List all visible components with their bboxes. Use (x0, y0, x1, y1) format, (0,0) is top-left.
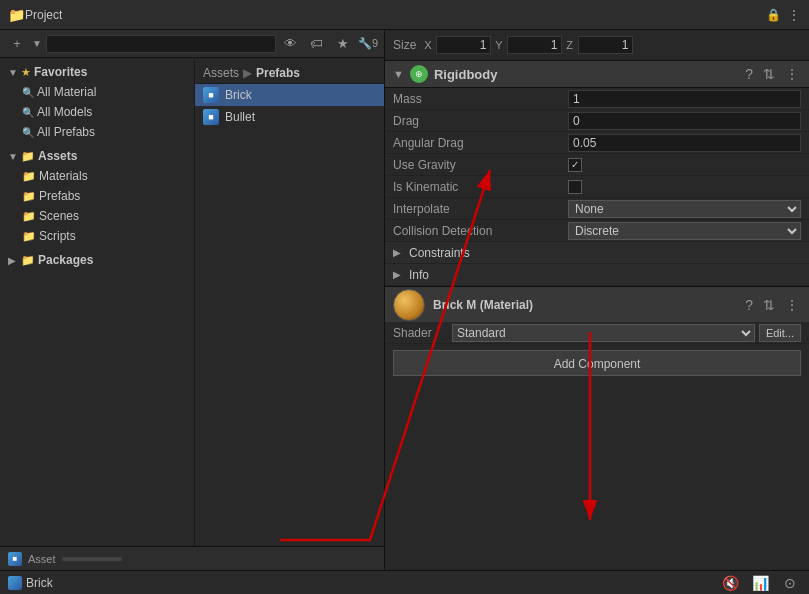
favorites-label: Favorites (34, 65, 87, 79)
rigidbody-controls: ? ⇅ ⋮ (743, 66, 801, 82)
assets-label: Assets (38, 149, 77, 163)
angular-drag-input[interactable] (568, 134, 801, 152)
sidebar-tree: ▼ ★ Favorites 🔍 All Material 🔍 All Model… (0, 58, 195, 546)
drag-input[interactable] (568, 112, 801, 130)
shader-row: Shader Standard Unlit/Color Legacy Shade… (385, 322, 809, 344)
sidebar-all-prefabs[interactable]: 🔍 All Prefabs (0, 122, 194, 142)
filter-icon-btn[interactable]: 👁 (280, 33, 302, 55)
rigidbody-header[interactable]: ▼ ⊕ Rigidbody ? ⇅ ⋮ (385, 60, 809, 88)
left-bottom-bar: ■ Asset (0, 546, 384, 570)
prefabs-folder-icon: 📁 (22, 190, 36, 203)
main-content: + ▼ 👁 🏷 ★ 🔧9 ▼ ★ Favorites 🔍 All Materia… (0, 30, 809, 570)
info-header[interactable]: ▶ Info (385, 264, 809, 286)
scripts-folder-icon: 📁 (22, 230, 36, 243)
material-header: Brick M (Material) ? ⇅ ⋮ (385, 286, 809, 322)
sidebar-all-models[interactable]: 🔍 All Models (0, 102, 194, 122)
asset-bottom-label: Asset (28, 553, 56, 565)
is-kinematic-label: Is Kinematic (393, 180, 568, 194)
mass-input[interactable] (568, 90, 801, 108)
sidebar-materials[interactable]: 📁 Materials (0, 166, 194, 186)
is-kinematic-value (568, 180, 801, 194)
use-gravity-row: Use Gravity (385, 154, 809, 176)
rigidbody-help-btn[interactable]: ? (743, 66, 755, 82)
lock-icon[interactable]: 🔒 (766, 8, 781, 22)
add-component-button[interactable]: Add Component (393, 350, 801, 376)
material-menu-btn[interactable]: ⋮ (783, 297, 801, 313)
star-icon-btn[interactable]: ★ (332, 33, 354, 55)
material-settings-icon[interactable]: ⇅ (761, 297, 777, 313)
is-kinematic-checkbox[interactable] (568, 180, 582, 194)
wrench-count: 🔧9 (358, 37, 378, 50)
mass-row: Mass (385, 88, 809, 110)
use-gravity-value (568, 158, 801, 172)
sidebar-favorites[interactable]: ▼ ★ Favorites (0, 62, 194, 82)
material-sphere-icon (393, 289, 425, 321)
rigidbody-collapse-icon[interactable]: ▼ (393, 68, 404, 80)
info-arrow-icon: ▶ (393, 269, 403, 280)
collision-detection-select[interactable]: Discrete Continuous Continuous Dynamic C… (568, 222, 801, 240)
drag-row: Drag (385, 110, 809, 132)
shader-select[interactable]: Standard Unlit/Color Legacy Shaders/Diff… (452, 324, 755, 342)
breadcrumb-assets[interactable]: Assets (203, 66, 239, 80)
bottom-icon-3[interactable]: ⊙ (779, 572, 801, 594)
bottom-icon-1[interactable]: 🔇 (719, 572, 741, 594)
constraints-header[interactable]: ▶ Constraints (385, 242, 809, 264)
search-icon-sm-3: 🔍 (22, 127, 34, 138)
sidebar-scripts[interactable]: 📁 Scripts (0, 226, 194, 246)
panel-toolbar: + ▼ 👁 🏷 ★ 🔧9 (0, 30, 384, 58)
scripts-label: Scripts (39, 229, 76, 243)
search-input[interactable] (46, 35, 276, 53)
zoom-slider[interactable] (62, 557, 122, 561)
mass-label: Mass (393, 92, 568, 106)
mass-value (568, 90, 801, 108)
all-material-label: All Material (37, 85, 96, 99)
size-y-field: Y (495, 36, 562, 54)
interpolate-select[interactable]: None Interpolate Extrapolate (568, 200, 801, 218)
favorites-arrow-icon: ▼ (8, 67, 18, 78)
folder-icon: 📁 (8, 7, 25, 23)
tag-icon-btn[interactable]: 🏷 (306, 33, 328, 55)
interpolate-value: None Interpolate Extrapolate (568, 200, 801, 218)
bottom-brick-cube-icon (8, 576, 22, 590)
size-y-input[interactable] (507, 36, 562, 54)
rigidbody-title: Rigidbody (434, 67, 737, 82)
top-bar: 📁 Project 🔒 ⋮ (0, 0, 809, 30)
interpolate-label: Interpolate (393, 202, 568, 216)
material-name: Brick M (Material) (433, 298, 533, 312)
scenes-label: Scenes (39, 209, 79, 223)
use-gravity-checkbox[interactable] (568, 158, 582, 172)
size-x-input[interactable] (436, 36, 491, 54)
sidebar-packages[interactable]: ▶ 📁 Packages (0, 250, 194, 270)
bottom-label: Brick (26, 576, 53, 590)
angular-drag-value (568, 134, 801, 152)
bullet-cube-icon: ■ (203, 109, 219, 125)
add-button[interactable]: + (6, 33, 28, 55)
left-panel: + ▼ 👁 🏷 ★ 🔧9 ▼ ★ Favorites 🔍 All Materia… (0, 30, 385, 570)
asset-item-bullet[interactable]: ■ Bullet (195, 106, 384, 128)
bottom-icon-2[interactable]: 📊 (749, 572, 771, 594)
rigidbody-menu-btn[interactable]: ⋮ (783, 66, 801, 82)
sidebar-assets[interactable]: ▼ 📁 Assets (0, 146, 194, 166)
rigidbody-settings-icon[interactable]: ⇅ (761, 66, 777, 82)
collision-detection-row: Collision Detection Discrete Continuous … (385, 220, 809, 242)
packages-label: Packages (38, 253, 93, 267)
is-kinematic-row: Is Kinematic (385, 176, 809, 198)
y-axis-label: Y (495, 39, 505, 51)
star-icon: ★ (21, 66, 31, 79)
all-models-label: All Models (37, 105, 92, 119)
edit-button[interactable]: Edit... (759, 324, 801, 342)
brick-cube-icon: ■ (203, 87, 219, 103)
bottom-bar: Brick 🔇 📊 ⊙ (0, 570, 809, 594)
sidebar-scenes[interactable]: 📁 Scenes (0, 206, 194, 226)
asset-brick-label: Brick (225, 88, 252, 102)
packages-arrow-icon: ▶ (8, 255, 18, 266)
sidebar-all-material[interactable]: 🔍 All Material (0, 82, 194, 102)
angular-drag-row: Angular Drag (385, 132, 809, 154)
sidebar-prefabs[interactable]: 📁 Prefabs (0, 186, 194, 206)
menu-dots-icon[interactable]: ⋮ (787, 7, 801, 23)
x-axis-label: X (424, 39, 434, 51)
material-help-btn[interactable]: ? (743, 297, 755, 313)
size-section: Size X Y Z (385, 30, 809, 60)
size-z-input[interactable] (578, 36, 633, 54)
asset-item-brick[interactable]: ■ Brick (195, 84, 384, 106)
